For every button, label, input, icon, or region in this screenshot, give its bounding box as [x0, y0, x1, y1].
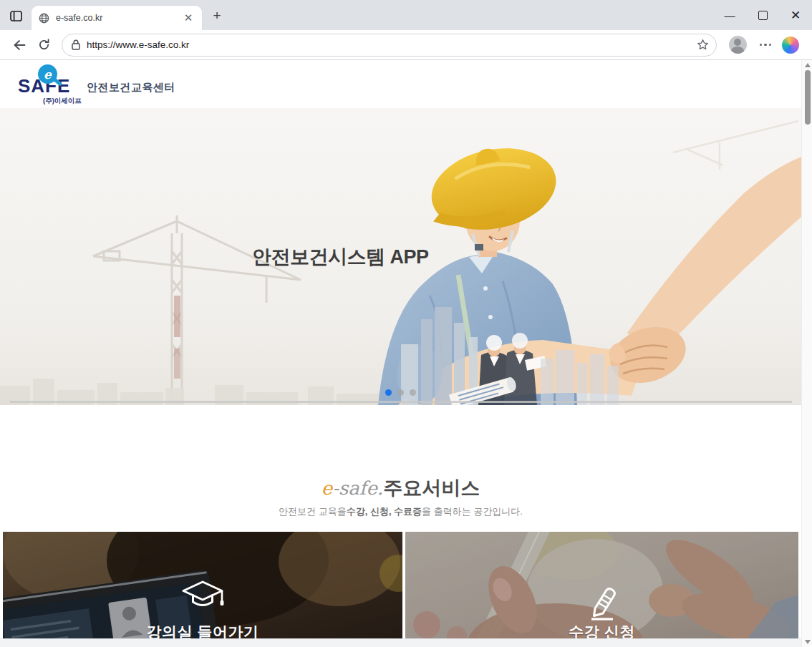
browser-toolbar: https://www.e-safe.co.kr	[0, 30, 812, 60]
browser-window: e-safe.co.kr ✕ + — ✕ https:/	[0, 0, 812, 647]
carousel-progress-track	[10, 401, 792, 403]
logo-company-name: (주)이세이프	[43, 97, 82, 106]
card-classroom[interactable]: 강의실 들어가기	[3, 532, 402, 638]
tab-actions-icon	[10, 11, 22, 21]
card-enrollment[interactable]: 수강 신청	[405, 532, 798, 638]
page-content: SAFE e (주)이세이프 안전보건교육센터	[0, 60, 801, 647]
copilot-icon[interactable]	[782, 37, 799, 54]
site-title: 안전보건교육센터	[87, 81, 175, 94]
card-label: 강의실 들어가기	[3, 622, 402, 638]
scrollbar-thumb[interactable]	[805, 70, 811, 125]
next-section-edge	[0, 638, 801, 647]
service-cards: 강의실 들어가기	[0, 532, 801, 638]
scroll-up-arrow-icon[interactable]	[805, 63, 811, 67]
settings-menu-button[interactable]	[760, 44, 772, 47]
star-icon[interactable]	[697, 39, 709, 51]
tab-title: e-safe.co.kr	[56, 13, 182, 23]
carousel-dot[interactable]	[385, 389, 392, 396]
refresh-icon	[38, 39, 50, 51]
address-bar[interactable]: https://www.e-safe.co.kr	[62, 34, 717, 57]
site-logo[interactable]: SAFE e (주)이세이프 안전보건교육센터	[13, 60, 213, 108]
url-text[interactable]: https://www.e-safe.co.kr	[87, 39, 697, 50]
card-label: 수강 신청	[405, 622, 798, 638]
browser-tab[interactable]: e-safe.co.kr ✕	[32, 6, 202, 30]
close-window-button[interactable]: ✕	[779, 0, 812, 30]
refresh-button[interactable]	[33, 34, 54, 56]
hero-title: 안전보건시스템 APP	[252, 244, 429, 270]
logo-e-badge: e	[38, 64, 57, 84]
heading-safe: -safe.	[332, 477, 383, 499]
maximize-icon	[758, 11, 768, 20]
services-section: e-safe.주요서비스 안전보건 교육을수강, 신청, 수료증을 출력하는 공…	[0, 405, 801, 532]
back-arrow-icon	[13, 39, 26, 51]
carousel-dot[interactable]	[397, 389, 404, 396]
heading-e: e	[322, 477, 332, 499]
carousel-dots	[385, 389, 416, 396]
services-description: 안전보건 교육을수강, 신청, 수료증을 출력하는 공간입니다.	[0, 505, 801, 518]
new-tab-button[interactable]: +	[209, 8, 225, 24]
window-controls: — ✕	[713, 0, 812, 30]
scroll-down-arrow-icon[interactable]	[805, 640, 811, 644]
tab-actions-button[interactable]	[7, 7, 24, 24]
services-heading: e-safe.주요서비스	[0, 475, 801, 501]
graduation-cap-icon	[181, 579, 224, 616]
globe-icon	[39, 13, 49, 24]
browser-titlebar: e-safe.co.kr ✕ + — ✕	[0, 0, 812, 30]
carousel-dot[interactable]	[410, 389, 416, 396]
hero-banner[interactable]: 안전보건시스템 APP	[0, 108, 801, 405]
minimize-button[interactable]: —	[713, 0, 746, 30]
lock-icon	[72, 39, 80, 50]
page-scrollbar[interactable]	[801, 60, 812, 647]
profile-button[interactable]	[729, 36, 747, 54]
back-button[interactable]	[9, 34, 30, 56]
pencil-icon	[582, 579, 622, 621]
heading-main: 주요서비스	[383, 477, 480, 499]
site-header: SAFE e (주)이세이프 안전보건교육센터	[0, 60, 801, 109]
tab-close-button[interactable]: ✕	[182, 11, 195, 24]
maximize-button[interactable]	[746, 0, 779, 30]
